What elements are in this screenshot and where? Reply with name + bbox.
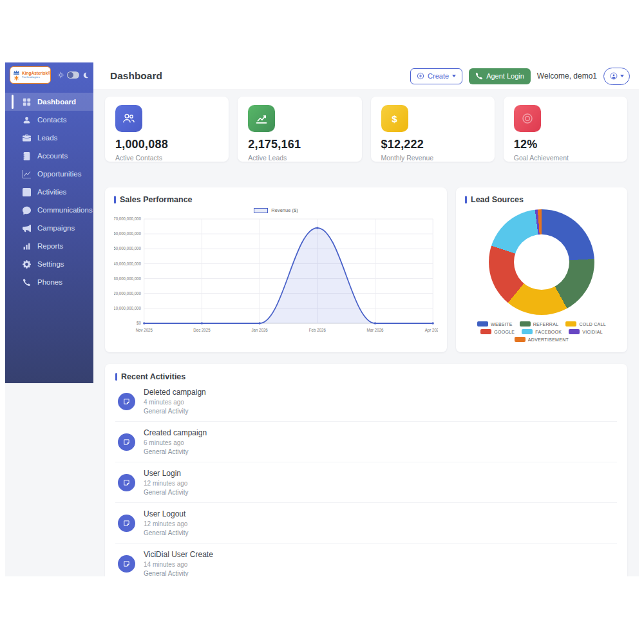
svg-text:$70,000,000,000: $70,000,000,000 [114, 216, 141, 221]
sidebar: KingAsterisk® Technologies DashboardCont… [5, 62, 93, 383]
journal-icon [23, 152, 31, 160]
lead-sources-title: Lead Sources [471, 195, 524, 204]
activity-title: Deleted campaign [144, 388, 206, 397]
sidebar-item-reports[interactable]: Reports [5, 237, 93, 255]
legend-item-cold-call[interactable]: COLD CALL [565, 321, 606, 327]
sidebar-item-label: Contacts [37, 116, 66, 124]
legend-item-google[interactable]: GOOGLE [480, 329, 515, 334]
phone-icon [23, 278, 31, 287]
activity-time: 6 minutes ago [144, 439, 207, 446]
activity-item[interactable]: Deleted campaign4 minutes agoGeneral Act… [115, 381, 617, 421]
brand-subtitle: Technologies [22, 76, 51, 79]
sidebar-item-settings[interactable]: Settings [5, 255, 93, 273]
stat-label: Active Leads [248, 154, 351, 162]
legend-label: ADVERTISEMENT [528, 337, 569, 342]
graph-icon [23, 170, 31, 178]
stat-card-active-contacts: 1,000,088Active Contacts [105, 97, 229, 162]
sidebar-item-opportunities[interactable]: Opportunities [5, 165, 93, 183]
activity-note-icon [118, 555, 135, 573]
sidebar-item-label: Settings [37, 260, 64, 268]
svg-text:$30,000,000,000: $30,000,000,000 [114, 276, 141, 281]
activity-note-icon [118, 393, 135, 410]
target-icon [514, 105, 541, 132]
topbar: Dashboard Create Agent Login Welcome, de… [93, 62, 639, 90]
theme-toggle[interactable] [67, 71, 79, 79]
legend-item-referral[interactable]: REFERRAL [520, 321, 559, 327]
legend-label: REFERRAL [533, 322, 559, 327]
activity-time: 12 minutes ago [144, 480, 188, 487]
crown-logo-icon [12, 68, 21, 83]
people-icon [115, 105, 142, 132]
legend-item-advertisement[interactable]: ADVERTISEMENT [515, 337, 569, 342]
main-content: 1,000,088Active Contacts2,175,161Active … [93, 90, 639, 576]
svg-text:$10,000,000,000: $10,000,000,000 [114, 306, 141, 310]
sidebar-item-campaigns[interactable]: Campaigns [5, 219, 93, 237]
crm-app-window: KingAsterisk® Technologies DashboardCont… [5, 62, 639, 576]
sales-line-chart: $0$10,000,000,000$20,000,000,000$30,000,… [114, 215, 438, 337]
legend-swatch [522, 329, 533, 334]
activity-body: Created campaign6 minutes agoGeneral Act… [144, 428, 207, 455]
agent-login-button[interactable]: Agent Login [469, 68, 531, 84]
activity-item[interactable]: User Logout12 minutes agoGeneral Activit… [115, 502, 617, 543]
stat-label: Monthly Revenue [381, 154, 484, 162]
stat-card-active-leads: 2,175,161Active Leads [238, 97, 361, 162]
activity-item[interactable]: Created campaign6 minutes agoGeneral Act… [115, 421, 617, 462]
legend-swatch [520, 321, 531, 327]
stat-value: 2,175,161 [248, 138, 351, 151]
moon-icon [82, 71, 89, 79]
legend-label: WEBSITE [491, 322, 513, 327]
create-button[interactable]: Create [410, 68, 462, 84]
stats-row: 1,000,088Active Contacts2,175,161Active … [105, 97, 627, 162]
legend-swatch [515, 337, 526, 342]
dollar-icon: $ [381, 105, 408, 132]
activity-category: General Activity [144, 570, 213, 576]
legend-item-website[interactable]: WEBSITE [477, 321, 513, 327]
sales-performance-card: Sales Performance Revenue ($) $0$10,000,… [105, 187, 447, 352]
chat-icon [23, 206, 31, 214]
sales-chart-legend[interactable]: Revenue ($) [114, 207, 438, 214]
legend-swatch [477, 321, 488, 327]
sidebar-item-label: Campaigns [37, 224, 75, 232]
sidebar-item-dashboard[interactable]: Dashboard [5, 93, 93, 111]
legend-swatch [565, 321, 576, 327]
page-title: Dashboard [110, 70, 162, 82]
person-circle-icon [610, 72, 618, 80]
stat-label: Active Contacts [115, 154, 218, 162]
sidebar-item-communications[interactable]: Communications [5, 201, 93, 219]
activity-item[interactable]: User Login12 minutes agoGeneral Activity [115, 462, 617, 502]
donut-hole [514, 234, 569, 290]
person-icon [23, 116, 31, 124]
recent-activities-title: Recent Activities [121, 372, 185, 381]
legend-label: Revenue ($) [271, 207, 298, 213]
grid-icon [23, 98, 31, 106]
barchart-icon [23, 242, 31, 251]
activity-item[interactable]: ViciDial User Create14 minutes agoGenera… [115, 543, 617, 576]
gear-icon [23, 260, 31, 269]
brand-logo[interactable]: KingAsterisk® Technologies [10, 66, 51, 84]
sidebar-item-phones[interactable]: Phones [5, 273, 93, 291]
sidebar-item-contacts[interactable]: Contacts [5, 111, 93, 129]
activity-body: User Logout12 minutes agoGeneral Activit… [144, 509, 188, 536]
activity-category: General Activity [144, 448, 207, 455]
activity-category: General Activity [144, 408, 206, 415]
activity-time: 14 minutes ago [144, 561, 213, 568]
legend-item-vicidial[interactable]: VICIDIAL [569, 329, 603, 334]
lead-sources-card: Lead Sources WEBSITEREFERRALCOLD CALLGOO… [456, 187, 627, 352]
sidebar-item-activities[interactable]: Activities [5, 183, 93, 201]
lead-sources-donut[interactable] [489, 209, 594, 315]
legend-item-facebook[interactable]: FACEBOOK [522, 329, 562, 334]
chevron-down-icon [620, 75, 624, 77]
sidebar-item-accounts[interactable]: Accounts [5, 147, 93, 165]
chevron-down-icon [452, 75, 456, 77]
stat-label: Goal Achievement [514, 154, 617, 162]
legend-label: GOOGLE [494, 330, 515, 334]
svg-text:$20,000,000,000: $20,000,000,000 [114, 291, 141, 296]
sidebar-item-label: Communications [37, 206, 93, 214]
sidebar-item-leads[interactable]: Leads [5, 129, 93, 147]
user-menu-button[interactable] [603, 68, 630, 85]
activity-list: Deleted campaign4 minutes agoGeneral Act… [115, 381, 617, 576]
svg-text:Feb 2026: Feb 2026 [309, 328, 326, 332]
sidebar-menu: DashboardContactsLeadsAccountsOpportunit… [5, 93, 93, 291]
stat-card-monthly-revenue: $$12,222Monthly Revenue [371, 97, 495, 162]
svg-text:$60,000,000,000: $60,000,000,000 [114, 231, 141, 236]
